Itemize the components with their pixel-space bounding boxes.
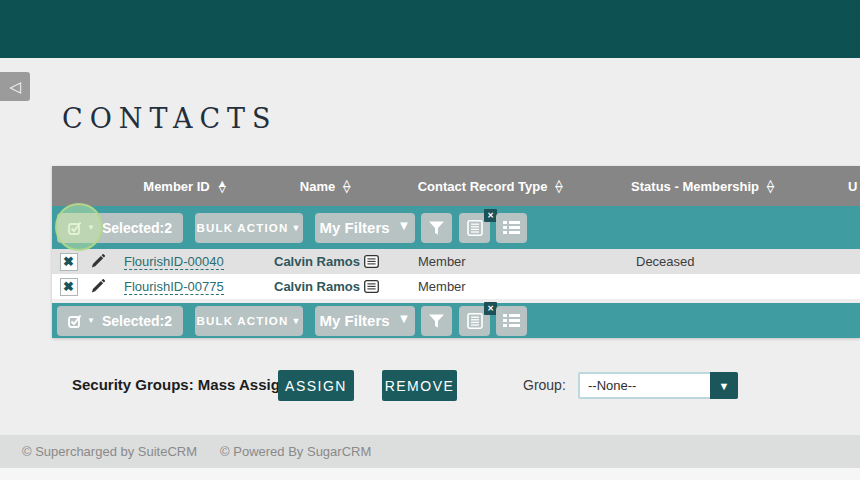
- collapse-sidebar-button[interactable]: ◁: [0, 72, 30, 101]
- selected-count-dropdown-button[interactable]: ▼ Selected:2: [57, 213, 183, 243]
- contact-name: Calvin Ramos: [274, 279, 360, 294]
- sort-icon-member-id[interactable]: ▲ ▽: [218, 180, 227, 192]
- top-navigation-bar: [0, 0, 860, 58]
- group-label: Group:: [523, 377, 566, 393]
- list-view-button[interactable]: [496, 213, 527, 243]
- row-checkbox-checked[interactable]: ✖: [60, 278, 78, 296]
- back-icon: ◁: [9, 78, 21, 95]
- list-view-button[interactable]: [496, 306, 527, 336]
- column-chooser-button[interactable]: ✕: [459, 213, 490, 243]
- table-header-row: Member ID ▲ ▽ Name △ ▽ Contact Record Ty…: [52, 166, 860, 206]
- footer: © Supercharged by SuiteCRM © Powered By …: [0, 435, 860, 468]
- status-membership: Deceased: [636, 254, 695, 269]
- mass-assign-label: Security Groups: Mass Assign: [72, 376, 289, 393]
- chevron-down-icon: ▼: [398, 311, 411, 326]
- list-icon: [503, 221, 520, 234]
- page-title: CONTACTS: [62, 103, 278, 134]
- table-row: ✖ FlourishID-00040 Calvin Ramos Member D…: [52, 249, 860, 274]
- column-header-truncated[interactable]: U: [820, 166, 860, 206]
- column-label: Name: [300, 179, 335, 194]
- checkbox-check-icon: [68, 314, 83, 328]
- selected-count-dropdown-button[interactable]: ▼ Selected:2: [57, 306, 183, 336]
- my-filters-label: My Filters: [320, 312, 390, 329]
- document-list-icon: [467, 313, 483, 329]
- document-list-icon: [467, 220, 483, 236]
- table-row: ✖ FlourishID-00775 Calvin Ramos Member: [52, 274, 860, 299]
- selected-count-label: Selected:2: [102, 220, 172, 236]
- contact-name: Calvin Ramos: [274, 254, 360, 269]
- bulk-action-button[interactable]: BULK ACTION ▼: [195, 213, 303, 243]
- header-checkbox-column: [52, 166, 85, 206]
- row-checkbox-checked[interactable]: ✖: [60, 253, 78, 271]
- group-select[interactable]: --None-- ▼: [578, 372, 738, 399]
- header-edit-column: [85, 166, 115, 206]
- column-label: Contact Record Type: [418, 179, 548, 194]
- my-filters-label: My Filters: [320, 219, 390, 236]
- bulk-action-label: BULK ACTION: [196, 222, 288, 234]
- chevron-down-icon: ▼: [291, 223, 301, 233]
- checkbox-check-icon: [68, 221, 83, 235]
- edit-pencil-icon[interactable]: [90, 254, 105, 269]
- column-label: Member ID: [143, 179, 209, 194]
- column-header-name[interactable]: Name △ ▽: [255, 166, 395, 206]
- sort-down-icon: ▽: [767, 186, 774, 192]
- funnel-icon: [429, 314, 444, 328]
- column-header-contact-record-type[interactable]: Contact Record Type △ ▽: [395, 166, 585, 206]
- my-filters-button[interactable]: My Filters ▼: [315, 213, 415, 243]
- contact-record-type: Member: [418, 254, 466, 269]
- sort-icon-contact-record-type[interactable]: △ ▽: [555, 180, 562, 192]
- sort-icon-status-membership[interactable]: △ ▽: [767, 180, 774, 192]
- sort-down-icon: ▽: [219, 186, 226, 192]
- sort-icon-name[interactable]: △ ▽: [343, 180, 350, 192]
- column-label: U: [848, 179, 857, 194]
- mass-assign-panel: Security Groups: Mass Assign ASSIGN REMO…: [0, 368, 860, 402]
- footer-suitecrm-credit: © Supercharged by SuiteCRM: [22, 444, 197, 459]
- sort-down-icon: ▽: [343, 186, 350, 192]
- selected-count-label: Selected:2: [102, 313, 172, 329]
- list-toolbar-top: ▼ Selected:2 BULK ACTION ▼ My Filters ▼ …: [52, 206, 860, 249]
- group-selected-value: --None--: [580, 378, 710, 393]
- chevron-down-icon: ▼: [398, 218, 411, 233]
- my-filters-button[interactable]: My Filters ▼: [315, 306, 415, 336]
- column-header-member-id[interactable]: Member ID ▲ ▽: [115, 166, 255, 206]
- record-link[interactable]: FlourishID-00040: [124, 254, 224, 270]
- bulk-action-label: BULK ACTION: [196, 315, 288, 327]
- contacts-list-view: Member ID ▲ ▽ Name △ ▽ Contact Record Ty…: [52, 166, 860, 338]
- bulk-action-button[interactable]: BULK ACTION ▼: [195, 306, 303, 336]
- additional-details-icon[interactable]: [364, 255, 379, 268]
- chevron-down-icon: ▼: [291, 316, 301, 326]
- record-link[interactable]: FlourishID-00775: [124, 279, 224, 295]
- sort-down-icon: ▽: [555, 186, 562, 192]
- list-toolbar-bottom: ▼ Selected:2 BULK ACTION ▼ My Filters ▼ …: [52, 303, 860, 338]
- edit-pencil-icon[interactable]: [90, 279, 105, 294]
- column-label: Status - Membership: [631, 179, 759, 194]
- chevron-down-icon: ▼: [87, 223, 95, 232]
- assign-button[interactable]: ASSIGN: [278, 370, 354, 401]
- footer-sugarcrm-credit: © Powered By SugarCRM: [220, 444, 371, 459]
- additional-details-icon[interactable]: [364, 280, 379, 293]
- chevron-down-icon: ▼: [87, 316, 95, 325]
- filter-button[interactable]: [421, 306, 452, 336]
- chevron-down-icon[interactable]: ▼: [710, 372, 738, 399]
- column-chooser-button[interactable]: ✕: [459, 306, 490, 336]
- list-icon: [503, 314, 520, 327]
- remove-button[interactable]: REMOVE: [382, 370, 457, 401]
- filter-button[interactable]: [421, 213, 452, 243]
- contact-record-type: Member: [418, 279, 466, 294]
- column-header-status-membership[interactable]: Status - Membership △ ▽: [585, 166, 820, 206]
- funnel-icon: [429, 221, 444, 235]
